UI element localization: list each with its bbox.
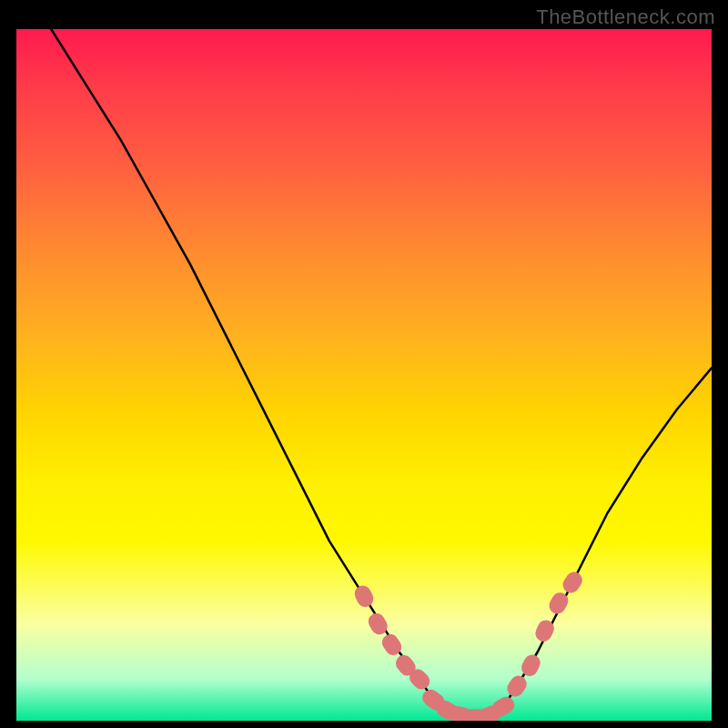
chart-frame: TheBottleneck.com	[0, 0, 728, 728]
valley-marker	[560, 569, 585, 596]
main-curve	[51, 29, 712, 717]
plot-area	[16, 29, 712, 721]
valley-marker	[352, 582, 377, 610]
chart-svg	[16, 29, 712, 721]
watermark-text: TheBottleneck.com	[536, 5, 715, 29]
valley-marker	[504, 672, 530, 700]
valley-marker	[519, 652, 543, 679]
valley-marker-group	[352, 569, 586, 721]
